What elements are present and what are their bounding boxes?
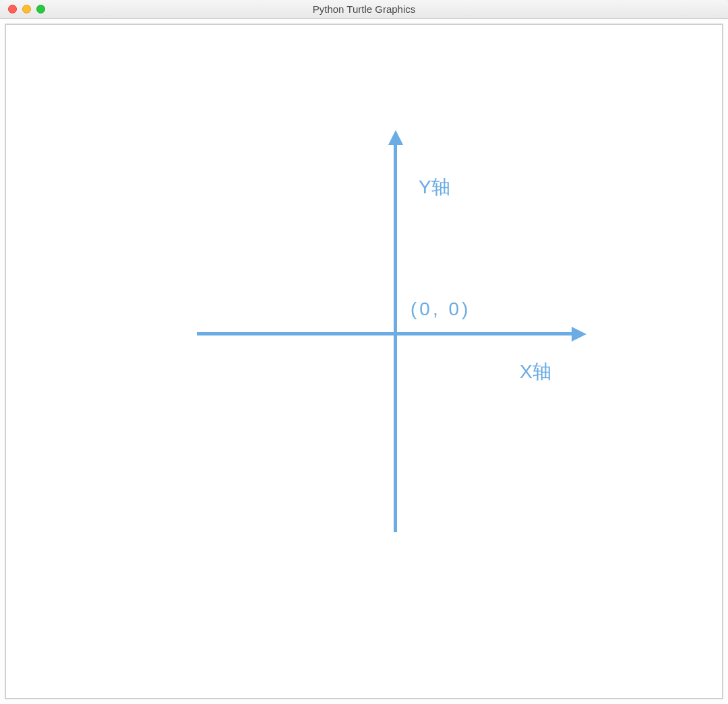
y-axis-arrow-icon	[388, 130, 403, 145]
window-body: Y轴 X轴 (0, 0)	[0, 19, 728, 704]
x-axis-line	[197, 332, 572, 335]
window-title: Python Turtle Graphics	[0, 3, 728, 15]
traffic-lights	[0, 5, 45, 13]
minimize-button[interactable]	[22, 5, 31, 13]
y-axis-label: Y轴	[419, 174, 450, 200]
y-axis-line	[394, 144, 397, 532]
origin-label: (0, 0)	[411, 298, 471, 320]
maximize-button[interactable]	[36, 5, 45, 13]
x-axis-arrow-icon	[572, 327, 586, 342]
turtle-canvas: Y轴 X轴 (0, 0)	[5, 24, 723, 699]
close-button[interactable]	[8, 5, 17, 13]
x-axis-label: X轴	[520, 359, 551, 385]
titlebar: Python Turtle Graphics	[0, 0, 728, 19]
